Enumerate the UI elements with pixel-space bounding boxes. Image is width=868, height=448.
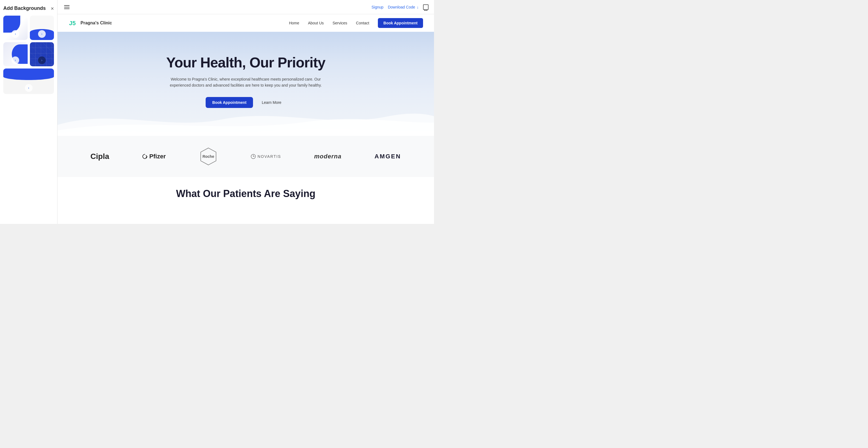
backgrounds-grid: › › › › › [3, 16, 54, 94]
bg1-shape [3, 16, 20, 33]
site-nav: J5 Pragna's Clinic Home About Us Service… [58, 14, 434, 32]
hamburger-line-2 [64, 7, 69, 7]
nav-about[interactable]: About Us [308, 21, 324, 25]
svg-text:J5: J5 [69, 20, 75, 27]
download-code-button[interactable]: Download Code ↓ [388, 5, 418, 9]
background-item-4[interactable]: › [30, 42, 54, 67]
left-panel: Add Backgrounds × › › › › › [0, 0, 58, 224]
download-icon: ↓ [417, 5, 418, 9]
patients-section: What Our Patients Are Saying [58, 177, 434, 205]
background-item-5[interactable]: › [3, 68, 54, 94]
bg3-chevron[interactable]: › [11, 56, 19, 64]
nav-home[interactable]: Home [289, 21, 299, 25]
background-item-2[interactable]: › [30, 16, 54, 40]
hero-learn-more-button[interactable]: Learn More [257, 97, 286, 108]
hero-buttons: Book Appointment Learn More [206, 97, 286, 108]
hero-book-appointment-button[interactable]: Book Appointment [206, 97, 253, 108]
nav-book-appointment-button[interactable]: Book Appointment [378, 18, 423, 28]
hero-section: Your Health, Our Priority Welcome to Pra… [58, 32, 434, 136]
top-bar-left [63, 4, 71, 10]
roche-label: Roche [203, 154, 214, 159]
nav-contact[interactable]: Contact [356, 21, 369, 25]
bg4-chevron[interactable]: › [38, 56, 46, 64]
site-logo: J5 Pragna's Clinic [68, 18, 112, 28]
novartis-label: NOVARTIS [257, 154, 281, 159]
hamburger-line-1 [64, 5, 69, 6]
brand-amgen: AMGEN [375, 153, 401, 160]
brands-section: Cipla Pfizer Roche [58, 136, 434, 177]
hamburger-menu[interactable] [63, 4, 71, 10]
website-preview: J5 Pragna's Clinic Home About Us Service… [58, 14, 434, 224]
preview-area: J5 Pragna's Clinic Home About Us Service… [58, 14, 434, 224]
pfizer-label: Pfizer [149, 153, 166, 160]
pfizer-arrow-icon [142, 154, 148, 159]
bg2-chevron[interactable]: › [38, 30, 46, 38]
hamburger-line-3 [64, 8, 69, 9]
brand-moderna: moderna [314, 153, 341, 160]
logo-icon: J5 [68, 18, 78, 28]
hero-subtitle: Welcome to Pragna's Clinic, where except… [166, 76, 325, 89]
background-item-1[interactable]: › [3, 16, 28, 40]
right-area: Signup Download Code ↓ J5 Pragna's Clini… [58, 0, 434, 224]
brand-pfizer: Pfizer [142, 153, 166, 160]
top-bar-right: Signup Download Code ↓ [372, 4, 429, 10]
panel-header: Add Backgrounds × [3, 5, 54, 11]
download-code-label: Download Code [388, 5, 415, 9]
bg5-chevron[interactable]: › [25, 84, 33, 92]
close-button[interactable]: × [51, 6, 54, 11]
panel-title: Add Backgrounds [3, 5, 46, 11]
bg1-chevron[interactable]: › [11, 30, 19, 38]
signup-link[interactable]: Signup [372, 5, 383, 9]
top-bar: Signup Download Code ↓ [58, 0, 434, 14]
background-item-3[interactable]: › [3, 42, 28, 67]
hero-title: Your Health, Our Priority [166, 54, 325, 71]
brand-cipla: Cipla [90, 152, 109, 161]
brand-roche: Roche [199, 147, 218, 166]
monitor-icon[interactable] [423, 4, 429, 10]
site-nav-links: Home About Us Services Contact Book Appo… [289, 18, 423, 28]
nav-services[interactable]: Services [333, 21, 347, 25]
bg5-shape [3, 68, 54, 80]
patients-title: What Our Patients Are Saying [74, 188, 417, 200]
site-logo-text: Pragna's Clinic [81, 21, 112, 26]
brand-novartis: NOVARTIS [251, 154, 281, 159]
